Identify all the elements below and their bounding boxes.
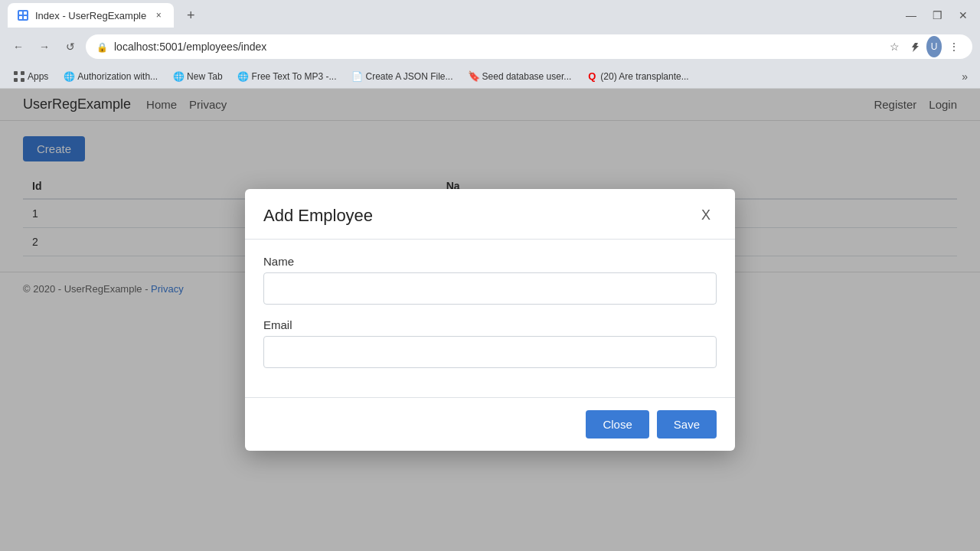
svg-rect-7 [14,78,18,82]
profile-avatar[interactable]: U [926,39,942,54]
bookmark-globe-icon-2: 🌐 [173,71,184,82]
bookmark-authorization-label: Authorization with... [77,71,158,82]
bookmark-new-tab-label: New Tab [187,71,222,82]
name-input[interactable] [263,272,717,305]
email-form-group: Email [263,318,717,368]
lock-icon [96,41,108,53]
bookmarks-bar: Apps 🌐 Authorization with... 🌐 New Tab 🌐… [0,64,980,89]
active-tab[interactable]: Index - UserRegExample × [8,3,174,28]
modal-overlay: Add Employee X Name Email Close Save [0,89,980,551]
bookmark-bookmark-icon: 🔖 [469,71,479,82]
name-label: Name [263,255,717,268]
bookmark-apps[interactable]: Apps [8,70,54,83]
bookmarks-more-button[interactable]: » [957,69,972,84]
apps-grid-icon [14,71,24,82]
address-bar-icons: ☆ U ⋮ [887,39,962,54]
bookmark-authorization[interactable]: 🌐 Authorization with... [57,70,164,83]
bookmark-transplante[interactable]: Q (20) Are transplante... [580,70,694,83]
modal-body: Name Email [245,240,735,397]
minimize-button[interactable]: — [902,6,920,24]
modal-footer: Close Save [245,397,735,451]
avatar-image: U [926,36,942,57]
tab-close-button[interactable]: × [152,9,165,21]
bookmark-globe-icon-1: 🌐 [64,71,74,82]
bookmark-transplante-label: (20) Are transplante... [600,71,688,82]
bookmark-seed-db-label: Seed database user... [482,71,572,82]
bookmark-seed-db[interactable]: 🔖 Seed database user... [462,70,578,83]
back-button[interactable]: ← [8,36,29,57]
svg-rect-2 [24,11,27,15]
email-label: Email [263,318,717,331]
tab-bar: Index - UserRegExample × + [8,3,201,28]
browser-chrome: Index - UserRegExample × + — ❒ ✕ ← → ↺ l… [0,0,980,89]
bookmark-apps-label: Apps [28,71,48,82]
window-controls: — ❒ ✕ [902,6,972,24]
maximize-button[interactable]: ❒ [928,6,946,24]
tab-favicon [17,9,29,21]
svg-rect-5 [14,71,18,75]
close-window-button[interactable]: ✕ [954,6,972,24]
address-bar-row: ← → ↺ localhost:5001/employees/index ☆ U… [0,31,980,64]
bookmark-free-text-label: Free Text To MP3 -... [252,71,337,82]
extensions-icon[interactable] [906,39,922,54]
bookmark-star-icon[interactable]: ☆ [887,39,902,54]
name-form-group: Name [263,255,717,305]
modal-close-button[interactable]: Close [586,410,648,439]
modal-header: Add Employee X [245,189,735,240]
bookmark-globe-icon-3: 🌐 [238,71,249,82]
svg-rect-3 [19,16,22,19]
bookmark-free-text[interactable]: 🌐 Free Text To MP3 -... [232,70,343,83]
svg-rect-4 [24,16,27,19]
address-bar[interactable]: localhost:5001/employees/index ☆ U ⋮ [86,34,972,59]
reload-button[interactable]: ↺ [60,36,81,57]
forward-button[interactable]: → [34,36,55,57]
email-input[interactable] [263,336,717,368]
new-tab-button[interactable]: + [180,5,201,26]
url-text: localhost:5001/employees/index [114,41,266,53]
svg-rect-6 [21,71,24,75]
svg-rect-1 [19,11,22,15]
svg-rect-0 [18,10,28,21]
svg-rect-8 [21,78,24,82]
add-employee-modal: Add Employee X Name Email Close Save [245,189,735,451]
bookmark-folder-icon: 📄 [352,71,363,82]
page-content: UserRegExample Home Privacy Register Log… [0,89,980,551]
modal-title: Add Employee [263,206,373,226]
tab-title: Index - UserRegExample [35,10,146,21]
bookmark-create-json[interactable]: 📄 Create A JSON File... [346,70,459,83]
more-menu-icon[interactable]: ⋮ [946,39,962,54]
bookmark-new-tab[interactable]: 🌐 New Tab [167,70,228,83]
title-bar: Index - UserRegExample × + — ❒ ✕ [0,0,980,31]
bookmark-create-json-label: Create A JSON File... [366,71,453,82]
modal-save-button[interactable]: Save [657,410,717,439]
bookmark-q-icon: Q [586,71,597,82]
modal-close-x-button[interactable]: X [695,204,717,227]
